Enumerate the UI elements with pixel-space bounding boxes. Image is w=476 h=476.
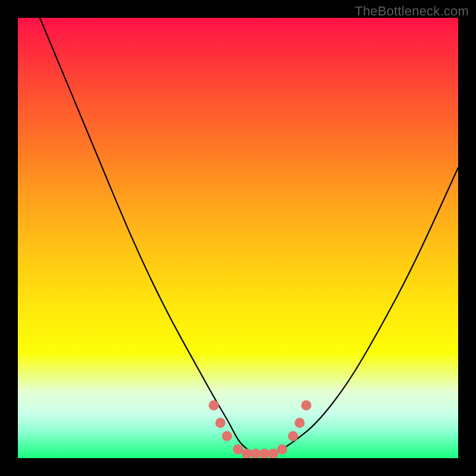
chart-frame: TheBottleneck.com	[0, 0, 476, 476]
curve-marker	[295, 418, 305, 428]
curve-marker	[233, 444, 243, 455]
plot-area	[18, 18, 458, 458]
curve-layer	[18, 18, 458, 458]
curve-marker	[242, 449, 252, 458]
curve-marker	[250, 449, 261, 458]
watermark-text: TheBottleneck.com	[355, 4, 469, 19]
curve-marker	[277, 444, 287, 455]
curve-marker	[301, 400, 311, 411]
curve-marker	[268, 449, 278, 458]
curve-markers	[209, 400, 311, 458]
curve-marker	[259, 449, 270, 458]
curve-marker	[209, 400, 219, 411]
bottleneck-curve	[40, 18, 458, 454]
curve-marker	[215, 418, 226, 428]
curve-marker	[222, 431, 232, 441]
curve-marker	[288, 431, 298, 441]
